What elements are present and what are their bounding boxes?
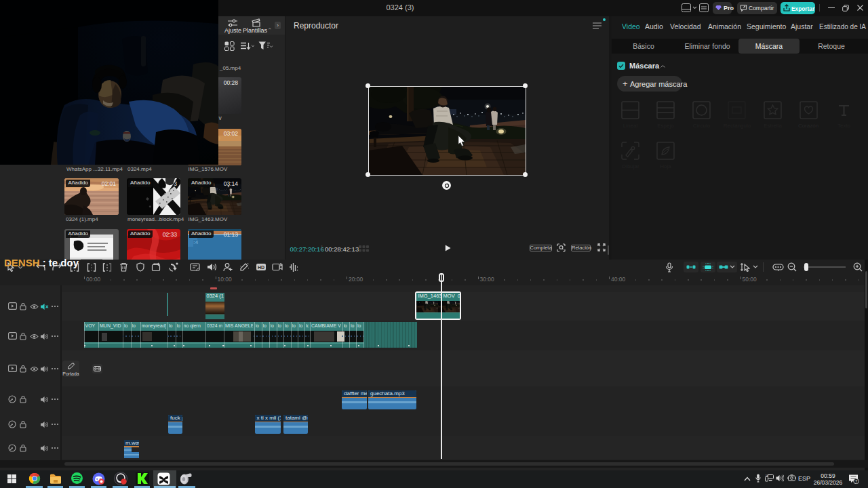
svg-text:5G: 5G: [766, 474, 769, 477]
